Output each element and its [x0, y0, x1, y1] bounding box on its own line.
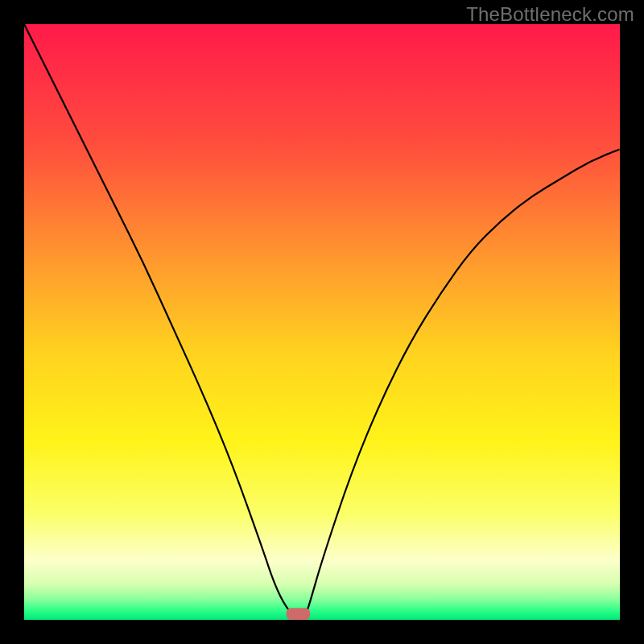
optimum-marker [287, 608, 311, 620]
chart-svg [24, 24, 620, 620]
watermark-text: TheBottleneck.com [466, 3, 634, 26]
gradient-background [24, 24, 620, 620]
chart-frame: TheBottleneck.com [0, 0, 644, 644]
chart-plot-area [24, 24, 620, 620]
